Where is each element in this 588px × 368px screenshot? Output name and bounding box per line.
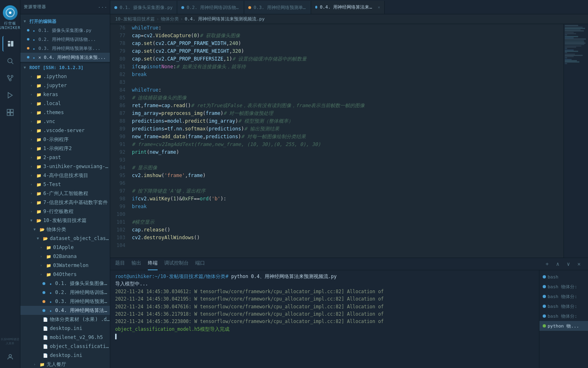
- term-line-8: ▌: [115, 333, 534, 340]
- open-editors-arrow: ▼: [24, 19, 28, 23]
- folder-themes[interactable]: › 📁 .themes: [20, 108, 110, 117]
- folder-4highschool[interactable]: › 📁 4-高中信息技术项目: [20, 171, 110, 180]
- py01-label: 0.1. 摄像头采集图像.py: [55, 280, 110, 287]
- extensions-activity-icon[interactable]: [2, 105, 18, 120]
- terminal-content[interactable]: root@unihiker:~/10-发帖项目技术篇/物体分类# python …: [110, 270, 539, 368]
- folder-10[interactable]: ▼ 📂 10-发帖项目技术篇: [20, 216, 110, 225]
- term-circle-5: [543, 324, 546, 328]
- folder-example0[interactable]: › 📁 0-示例程序: [20, 135, 110, 144]
- panel-tab-debug[interactable]: 调试控制台: [164, 258, 189, 270]
- 6guangzhou-label: 6-广州人工智能教程: [43, 190, 110, 197]
- root-header[interactable]: ▼ ROOT [SSH: 10.1.2.3]: [20, 63, 110, 72]
- search-activity-icon[interactable]: [2, 53, 18, 69]
- explorer-icon[interactable]: [2, 36, 18, 52]
- panel-close-icon[interactable]: ✕: [575, 260, 583, 268]
- terminal-item-bash3[interactable]: bash 物体分:: [539, 301, 588, 311]
- file-docx[interactable]: › 📄 物体分类素材 (水果) .docx: [20, 315, 110, 324]
- folder-9tutorial[interactable]: › 📁 9-行空板教程: [20, 207, 110, 216]
- file-desktop-ini[interactable]: › 📄 desktop.ini: [20, 324, 110, 333]
- open-file-3[interactable]: ⬥ ✕ 0.4. 用神经网络算法来预...: [20, 53, 110, 62]
- folder-banana[interactable]: › 📁 02Banana: [20, 252, 110, 261]
- open-file-0[interactable]: ⬥ 0.1. 摄像头采集图像.py: [20, 26, 110, 35]
- terminal-item-bash4[interactable]: bash 物体分:: [539, 311, 588, 321]
- file-desktop-ini2[interactable]: › 📄 desktop.ini: [20, 351, 110, 360]
- panel-tab-output[interactable]: 输出: [131, 258, 141, 270]
- bottom-panel: 题目 输出 终端 调试控制台 端口 + ∧ ∨ ✕ root@unihiker:…: [110, 258, 588, 368]
- folder-6guangzhou[interactable]: › 📁 6-广州人工智能教程: [20, 189, 110, 198]
- panel-tab-ports[interactable]: 端口: [195, 258, 205, 270]
- folder-example1[interactable]: › 📁 1-示例程序2: [20, 144, 110, 153]
- panel-add-icon[interactable]: +: [543, 260, 551, 268]
- folder-watermelon[interactable]: › 📁 03Watermelon: [20, 261, 110, 270]
- tab-close-3[interactable]: ✕: [378, 5, 380, 9]
- folder-vscode[interactable]: › 📁 .vscode-server: [20, 126, 110, 135]
- term-cmd-0: python 0.4、用神经网络算法来预测视频流.py: [231, 274, 336, 279]
- folder-local[interactable]: › 📁 .local: [20, 99, 110, 108]
- tab-2[interactable]: 0.3. 用神经网络预测单张...: [244, 1, 311, 14]
- git-activity-icon[interactable]: [2, 70, 18, 86]
- line-77: cap = cv2.VideoCapture(0) # 获取摄像头图像: [132, 32, 564, 40]
- logo-circle: [3, 5, 18, 20]
- folder-keras[interactable]: › 📁 keras: [20, 90, 110, 99]
- open-file-label-0: 0.1. 摄像头采集图像.py: [38, 27, 107, 34]
- file-py04[interactable]: › ⬥ 0.4. 用神经网络算法来预测视...: [20, 306, 110, 315]
- folder-2past[interactable]: › 📁 2-past: [20, 153, 110, 162]
- sidebar-more-icon[interactable]: ···: [98, 3, 107, 11]
- svg-point-6: [11, 75, 13, 77]
- py-icon-1: ⬥: [31, 36, 37, 42]
- line-76: while True:: [132, 24, 564, 32]
- panel-tab-terminal[interactable]: 终端: [148, 258, 158, 270]
- editor-area: 0.1. 摄像头采集图像.py 0.2. 用神经网络训练物... 0.3. 用神…: [110, 0, 588, 368]
- code-text[interactable]: while True: cap = cv2.VideoCapture(0) # …: [129, 24, 564, 258]
- line-93: [132, 156, 564, 164]
- folder-jupyter[interactable]: › 📁 .jupyter: [20, 81, 110, 90]
- terminal-item-bash[interactable]: bash: [539, 272, 588, 282]
- folder-3unihiker[interactable]: › 📁 3-unihiker-gewuxiang-projects-...: [20, 162, 110, 171]
- mobilenet-label: mobilenet_v2_96.h5: [50, 334, 110, 340]
- apple-folder-icon: 📁: [46, 245, 51, 250]
- term-warn-5: 2022-11-24 14:45:36.217918: W tensorflow…: [115, 311, 384, 317]
- file-objmodel[interactable]: › 📄 object_classification_model.h5: [20, 342, 110, 351]
- activity-bottom: 长按HOME键进入菜单: [0, 336, 20, 368]
- tab-label-0: 0.1. 摄像头采集图像.py: [120, 4, 173, 11]
- terminal-item-bash2[interactable]: bash 物体分:: [539, 292, 588, 301]
- folder-5test[interactable]: › 📁 5-Test: [20, 180, 110, 189]
- folder-dataset[interactable]: ▼ 📂 dataset_object_classification: [20, 234, 110, 243]
- dataset-label: dataset_object_classification: [50, 236, 110, 241]
- open-editors-header[interactable]: ▼ 打开的编辑器: [20, 17, 110, 26]
- folder-ipython[interactable]: › 📁 .ipython: [20, 72, 110, 81]
- file-py01[interactable]: › ⬥ 0.1. 摄像头采集图像.py: [20, 279, 110, 288]
- terminal-item-python[interactable]: python 物...: [539, 321, 588, 331]
- 5test-label: 5-Test: [43, 182, 110, 187]
- folder-others[interactable]: › 📁 04Others: [20, 270, 110, 279]
- panel-chevron-up-icon[interactable]: ∧: [554, 260, 562, 268]
- file-py03[interactable]: › ⬥ 0.3. 用神经网络预测单张图...: [20, 297, 110, 306]
- 9tutorial-label: 9-行空板教程: [43, 208, 110, 215]
- line-84: while True:: [132, 86, 564, 94]
- tab-3[interactable]: 0.4. 用神经网络算法来预测视... ✕: [311, 1, 385, 14]
- panel-tab-problems[interactable]: 题目: [115, 258, 125, 270]
- folder-vnc[interactable]: › 📁 .vnc: [20, 117, 110, 126]
- folder-restaurant[interactable]: › 📁 无人餐厅: [20, 360, 110, 368]
- file-py02[interactable]: › ⬥ 0.2. 用神经网络训练物体模...: [20, 288, 110, 297]
- open-file-2[interactable]: ⬥ 0.3. 用神经网络预测单张...: [20, 44, 110, 53]
- folder-7info[interactable]: › 📁 7-信息技术高中基础数字套件: [20, 198, 110, 207]
- activity-bar: 行空板 UNIHIKER 长按HOME键进入菜单: [0, 0, 20, 368]
- tab-0[interactable]: 0.1. 摄像头采集图像.py: [110, 1, 177, 14]
- terminal-item-label-4: bash 物体分:: [548, 313, 577, 319]
- debug-activity-icon[interactable]: [2, 88, 18, 103]
- panel-chevron-down-icon[interactable]: ∨: [564, 260, 572, 268]
- desktop-ini-label: desktop.ini: [50, 325, 110, 331]
- open-file-1[interactable]: ⬥ 0.2. 用神经网络训练物...: [20, 35, 110, 44]
- line-97: # 按下降降键盘'A'键，退出程序: [132, 187, 564, 195]
- folder-apple[interactable]: › 📁 01Apple: [20, 243, 110, 252]
- tab-1[interactable]: 0.2. 用神经网络训练物...: [177, 1, 244, 14]
- file-mobilenet[interactable]: › 📄 mobilenet_v2_96.h5: [20, 333, 110, 342]
- svg-rect-13: [7, 113, 10, 116]
- vscode-arrow: ›: [30, 128, 34, 132]
- panel-tab-icons: + ∧ ∨ ✕: [543, 260, 583, 268]
- account-icon[interactable]: [2, 349, 18, 365]
- svg-marker-10: [8, 92, 12, 98]
- folder-classify[interactable]: ▼ 📂 物体分类: [20, 225, 110, 234]
- terminal-item-bash1[interactable]: bash 物体分:: [539, 282, 588, 292]
